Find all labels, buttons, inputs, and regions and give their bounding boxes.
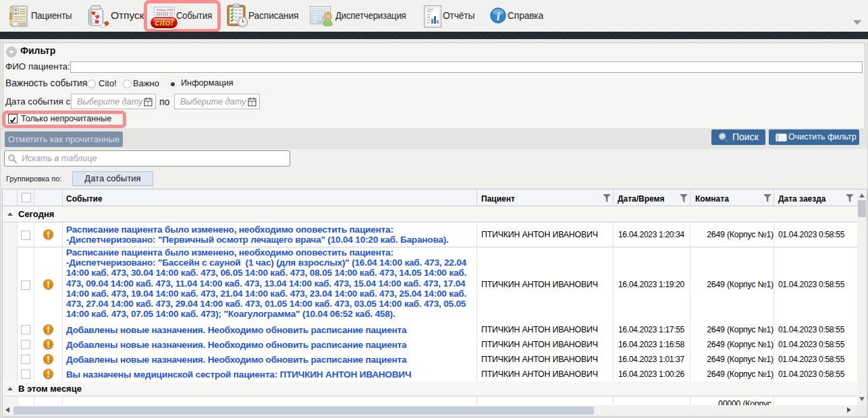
svg-text:i: i <box>497 10 500 23</box>
svg-text:Январь 2009: Январь 2009 <box>157 8 174 11</box>
svg-text:7: 7 <box>146 101 149 106</box>
svg-text:7: 7 <box>250 101 253 106</box>
